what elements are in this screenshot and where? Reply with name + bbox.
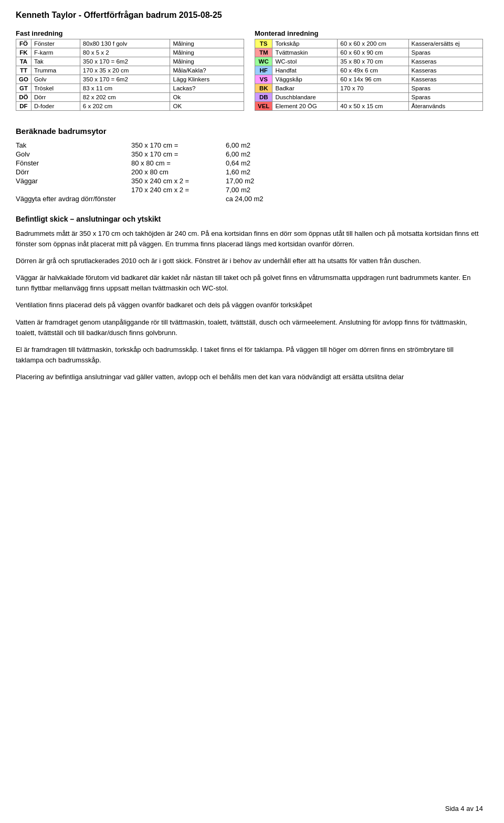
row-action: Lägg Klinkers [170,75,244,84]
table-row: BK Badkar 170 x 70 Sparas [255,84,483,93]
row-dims: 60 x 60 x 90 cm [338,48,408,57]
fast-inredning-section: Fast inredning FÖ Fönster 80x80 130 f go… [16,29,244,111]
row-dims: 35 x 80 x 70 cm [338,57,408,66]
table-row: Golv 350 x 170 cm = 6,00 m2 [16,150,264,159]
row-name: Tvättmaskin [272,48,338,57]
row-code: DB [255,93,272,102]
row-code: GT [16,84,32,93]
row-dims: 80x80 130 f golv [80,39,170,48]
area-value: 6,00 m2 [226,141,264,150]
table-row: TA Tak 350 x 170 = 6m2 Målning [16,57,244,66]
monterad-inredning-table: TS Torkskåp 60 x 60 x 200 cm Kassera/ers… [255,39,483,111]
table-row: GO Golv 350 x 170 = 6m2 Lägg Klinkers [16,75,244,84]
row-name: Fönster [31,39,80,48]
row-code: DÖ [16,93,32,102]
bathroom-areas-section: Beräknade badrumsytor Tak 350 x 170 cm =… [16,127,483,203]
table-row: TM Tvättmaskin 60 x 60 x 90 cm Sparas [255,48,483,57]
row-action: Målning [170,48,244,57]
table-row: Fönster 80 x 80 cm = 0,64 m2 [16,159,264,168]
row-code: TM [255,48,272,57]
header-title: Kenneth Taylor - Offertförfrågan badrum … [16,11,222,19]
row-action: Ok [170,93,244,102]
table-row: WC WC-stol 35 x 80 x 70 cm Kasseras [255,57,483,66]
row-code: TS [255,39,272,48]
monterad-inredning-section: Monterad inredning TS Torkskåp 60 x 60 x… [255,29,483,111]
row-dims: 170 x 35 x 20 cm [80,66,170,75]
row-action: Kasseras [408,57,482,66]
row-action: OK [170,102,244,111]
bathroom-areas-table: Tak 350 x 170 cm = 6,00 m2 Golv 350 x 17… [16,141,264,203]
section-heading: Befintligt skick – anslutningar och ytsk… [16,214,483,225]
row-action: Kassera/ersätts ej [408,39,482,48]
area-label: Fönster [16,159,131,168]
row-name: Torkskåp [272,39,338,48]
row-code: WC [255,57,272,66]
area-label: Golv [16,150,131,159]
area-label: Tak [16,141,131,150]
row-action: Sparas [408,93,482,102]
table-row: HF Handfat 60 x 49x 6 cm Kasseras [255,66,483,75]
table-row: GT Tröskel 83 x 11 cm Lackas? [16,84,244,93]
area-dims: 350 x 170 cm = [131,141,226,150]
area-label: Väggar [16,176,131,185]
row-code: DF [16,102,32,111]
row-dims: 350 x 170 = 6m2 [80,57,170,66]
row-name: F-karm [31,48,80,57]
row-action: Lackas? [170,84,244,93]
row-dims: 60 x 60 x 200 cm [338,39,408,48]
row-dims: 40 x 50 x 15 cm [338,102,408,111]
tables-container: Fast inredning FÖ Fönster 80x80 130 f go… [16,29,483,111]
table-row: Dörr 200 x 80 cm 1,60 m2 [16,168,264,176]
paragraph-6: Placering av befintliga anslutningar vad… [16,372,483,382]
row-name: Element 20 ÖG [272,102,338,111]
table-row: DÖ Dörr 82 x 202 cm Ok [16,93,244,102]
row-name: WC-stol [272,57,338,66]
row-code: HF [255,66,272,75]
table-row: FÖ Fönster 80x80 130 f golv Målning [16,39,244,48]
row-dims: 350 x 170 = 6m2 [80,75,170,84]
row-dims: 82 x 202 cm [80,93,170,102]
row-name: D-foder [31,102,80,111]
row-action: Sparas [408,84,482,93]
row-name: Dörr [31,93,80,102]
area-value: 1,60 m2 [226,168,264,176]
paragraph-0: Badrummets mått är 350 x 170 cm och takh… [16,228,483,249]
row-code: VEL [255,102,272,111]
table-row: Tak 350 x 170 cm = 6,00 m2 [16,141,264,150]
row-code: BK [255,84,272,93]
bathroom-areas-title: Beräknade badrumsytor [16,127,483,136]
paragraph-1: Dörren är grå och sprutlackerades 2010 o… [16,256,483,266]
row-name: Tak [31,57,80,66]
table-row: DB Duschblandare Sparas [255,93,483,102]
area-value: 6,00 m2 [226,150,264,159]
row-dims: 170 x 70 [338,84,408,93]
row-code: FK [16,48,32,57]
page-number: Sida 4 av 14 [445,805,483,812]
area-value: 17,00 m2 [226,176,264,185]
row-action: Återanvänds [408,102,482,111]
row-code: TA [16,57,32,66]
paragraph-4: Vatten är framdraget genom utanpåliggand… [16,317,483,338]
row-name: Badkar [272,84,338,93]
area-dims [131,194,226,203]
table-row: FK F-karm 80 x 5 x 2 Målning [16,48,244,57]
area-label: Väggyta efter avdrag dörr/fönster [16,194,131,203]
row-code: TT [16,66,32,75]
row-name: Duschblandare [272,93,338,102]
paragraph-2: Väggar är halvkaklade förutom vid badkar… [16,273,483,294]
fast-inredning-table: FÖ Fönster 80x80 130 f golv Målning FK F… [16,39,244,111]
fast-inredning-title: Fast inredning [16,29,244,37]
row-dims: 6 x 202 cm [80,102,170,111]
paragraph-3: Ventilation finns placerad dels på vägge… [16,300,483,310]
row-name: Golv [31,75,80,84]
area-value: 0,64 m2 [226,159,264,168]
row-action: Målning [170,39,244,48]
area-label: Dörr [16,168,131,176]
area-dims: 200 x 80 cm [131,168,226,176]
row-name: Handfat [272,66,338,75]
table-row: TS Torkskåp 60 x 60 x 200 cm Kassera/ers… [255,39,483,48]
area-dims: 350 x 240 cm x 2 = [131,176,226,185]
row-dims: 60 x 14x 96 cm [338,75,408,84]
row-dims: 60 x 49x 6 cm [338,66,408,75]
text-section-befintligt: Befintligt skick – anslutningar och ytsk… [16,214,483,382]
